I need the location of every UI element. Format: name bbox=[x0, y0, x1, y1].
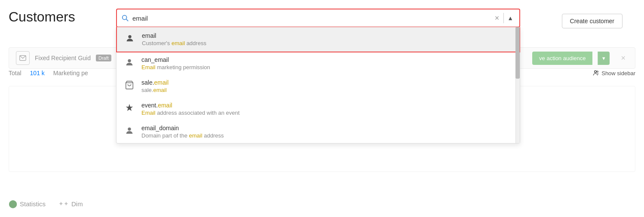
dropdown-item-sale-email[interactable]: sale.email sale.email bbox=[117, 75, 520, 98]
svg-point-7 bbox=[128, 59, 131, 62]
svg-line-5 bbox=[126, 19, 129, 21]
active-action-button[interactable]: ve action audience bbox=[532, 52, 592, 65]
sale-email-item-title: sale.email bbox=[141, 79, 169, 86]
tab-statistics-label: Statistics bbox=[20, 200, 46, 208]
search-divider bbox=[503, 13, 504, 23]
search-input-wrapper: × ▲ bbox=[116, 9, 520, 28]
sale-email-item-desc: sale.email bbox=[141, 87, 169, 93]
can-email-highlight: Email bbox=[141, 64, 156, 70]
svg-point-4 bbox=[123, 15, 127, 20]
sale-email-item-content: sale.email sale.email bbox=[141, 79, 169, 93]
can-email-item-desc: Email marketing permission bbox=[141, 64, 210, 70]
marketing-label: Marketing pe bbox=[53, 70, 88, 76]
tab-statistics[interactable]: ⬤ Statistics bbox=[9, 199, 46, 208]
email-icon bbox=[16, 51, 30, 65]
event-email-item-content: event.email Email address associated wit… bbox=[141, 102, 239, 116]
stats-bar: Total 101 k Marketing pe bbox=[9, 70, 88, 76]
sale-email-highlight-desc: email bbox=[153, 87, 166, 93]
can-email-item-content: can_email Email marketing permission bbox=[141, 56, 210, 70]
svg-point-9 bbox=[128, 128, 131, 131]
email-domain-item-content: email_domain Domain part of the email ad… bbox=[141, 125, 224, 139]
svg-point-3 bbox=[597, 71, 598, 72]
svg-point-2 bbox=[595, 70, 597, 73]
dropdown-scrollbar[interactable] bbox=[515, 27, 520, 143]
dropdown-scrollbar-thumb bbox=[515, 27, 520, 79]
total-label: Total bbox=[9, 70, 21, 76]
email-item-desc: Customer's email address bbox=[142, 40, 206, 46]
search-dropdown: email Customer's email address can_email… bbox=[116, 27, 520, 144]
event-email-highlight-desc: Email bbox=[141, 110, 156, 116]
create-customer-button[interactable]: Create customer bbox=[562, 14, 623, 28]
event-email-sparkle-icon bbox=[123, 102, 135, 114]
search-clear-button[interactable]: × bbox=[492, 14, 502, 23]
statistics-icon: ⬤ bbox=[9, 199, 17, 208]
dropdown-item-can-email[interactable]: can_email Email marketing permission bbox=[117, 52, 520, 75]
event-email-item-desc: Email address associated with an event bbox=[141, 110, 239, 116]
email-domain-person-icon bbox=[123, 125, 135, 137]
show-sidebar-button[interactable]: Show sidebar bbox=[592, 70, 635, 76]
email-domain-item-desc: Domain part of the email address bbox=[141, 132, 224, 139]
tab-dimensions[interactable]: ✦✦ Dim bbox=[58, 200, 83, 208]
search-input[interactable] bbox=[132, 15, 492, 22]
sale-email-cart-icon bbox=[123, 79, 135, 91]
event-email-item-title: event.email bbox=[141, 102, 239, 109]
search-collapse-button[interactable]: ▲ bbox=[506, 15, 515, 21]
search-container: × ▲ email Customer's email address bbox=[116, 9, 520, 144]
email-domain-item-title: email_domain bbox=[141, 125, 224, 131]
dropdown-item-event-email[interactable]: event.email Email address associated wit… bbox=[117, 98, 520, 120]
active-action-dropdown-button[interactable]: ▾ bbox=[598, 52, 610, 65]
bottom-tabs: ⬤ Statistics ✦✦ Dim bbox=[9, 199, 83, 208]
can-email-item-title: can_email bbox=[141, 56, 210, 63]
dimensions-icon: ✦✦ bbox=[58, 200, 69, 207]
draft-badge: Draft bbox=[96, 55, 111, 61]
dropdown-item-email-domain[interactable]: email_domain Domain part of the email ad… bbox=[117, 120, 520, 143]
tab-dimensions-label: Dim bbox=[71, 200, 83, 208]
show-sidebar-label: Show sidebar bbox=[601, 70, 635, 76]
filter-close-button[interactable]: × bbox=[618, 54, 628, 63]
email-item-title: email bbox=[142, 32, 206, 39]
email-person-icon bbox=[124, 32, 136, 44]
total-value: 101 k bbox=[30, 70, 45, 76]
dropdown-item-email[interactable]: email Customer's email address bbox=[116, 27, 520, 52]
sale-email-highlight-title: email bbox=[154, 79, 169, 86]
email-highlight-1: email bbox=[172, 40, 185, 46]
page-title: Customers bbox=[9, 9, 75, 25]
svg-point-6 bbox=[128, 35, 131, 38]
event-email-highlight-title: email bbox=[158, 102, 172, 109]
search-icon bbox=[121, 14, 129, 22]
email-domain-highlight: email bbox=[189, 132, 202, 139]
can-email-person-icon bbox=[123, 56, 135, 68]
email-item-content: email Customer's email address bbox=[142, 32, 206, 46]
filter-recipient-text: Fixed Recipient Guid bbox=[35, 55, 91, 61]
